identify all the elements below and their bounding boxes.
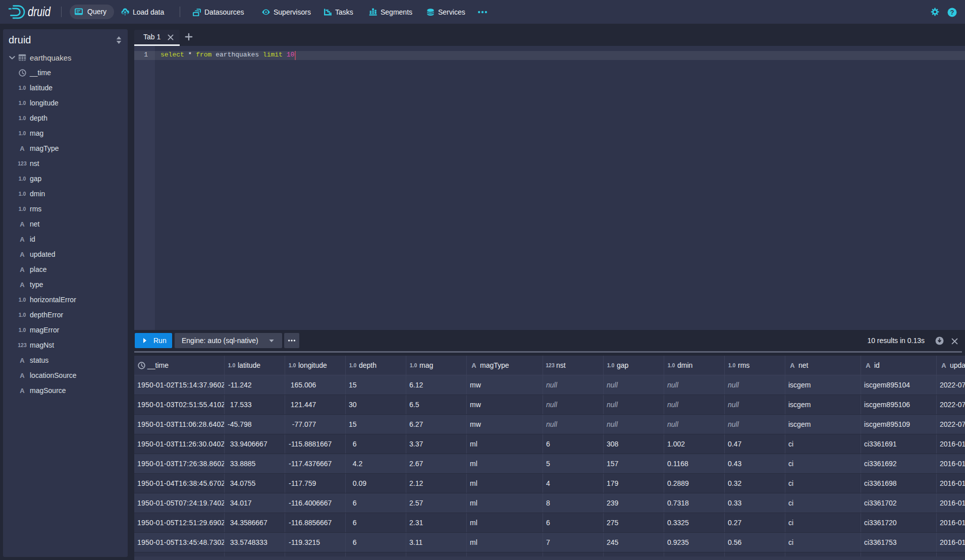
svg-text:?: ? <box>950 9 954 16</box>
